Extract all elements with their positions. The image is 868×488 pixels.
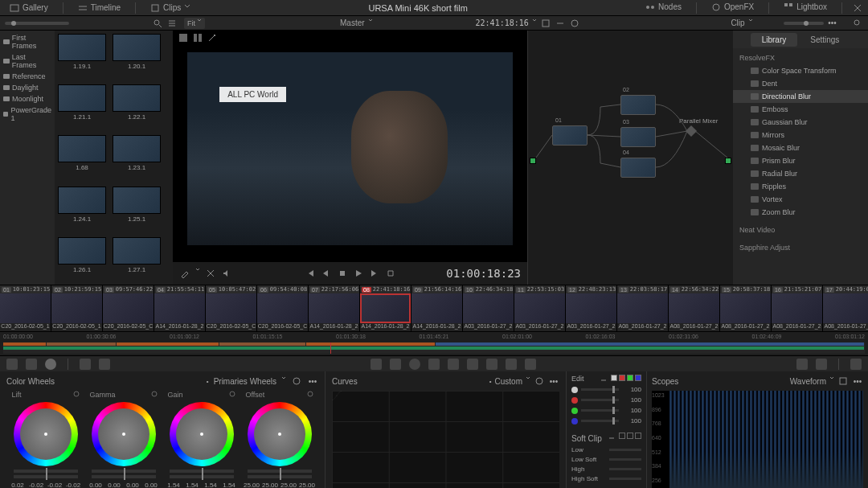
node-panel[interactable]: 01 02 03 04 Parallel Mixer	[528, 31, 733, 285]
node-04[interactable]	[620, 158, 656, 178]
link-button[interactable]	[598, 375, 609, 386]
fx-item[interactable]: Prism Blur	[733, 154, 868, 167]
blue-slider[interactable]	[581, 420, 619, 422]
fx-item[interactable]: Zoom Blur	[733, 206, 868, 219]
viewer-content[interactable]: ALL PC World	[173, 35, 527, 262]
album-item[interactable]: Reference	[0, 71, 55, 82]
fx-search-button[interactable]	[852, 18, 863, 29]
fx-list[interactable]: ResolveFX Color Space TransformDentDirec…	[733, 48, 868, 285]
curves-options[interactable]: •••	[548, 375, 559, 387]
gallery-still[interactable]: 1.24.1	[58, 187, 106, 231]
list-view-button[interactable]	[166, 18, 178, 29]
channel-g-toggle[interactable]	[627, 375, 633, 381]
scopes-palette[interactable]	[816, 359, 827, 370]
info-palette[interactable]	[850, 359, 862, 370]
play-button[interactable]	[353, 268, 364, 279]
wheel-control[interactable]	[248, 402, 312, 466]
high-slider[interactable]	[609, 468, 641, 470]
gallery-still[interactable]: 1.25.1	[113, 187, 161, 231]
qualifier-palette[interactable]	[390, 359, 401, 370]
wipe-tool[interactable]	[205, 268, 216, 279]
stop-button[interactable]	[337, 268, 348, 279]
y-wheel-slider[interactable]	[170, 475, 234, 478]
clip-thumbnail[interactable]: 1122:53:15:03V1A03_2016-01-27_2	[514, 285, 566, 331]
audio-tool[interactable]	[221, 268, 232, 279]
color-wheels-palette[interactable]	[45, 359, 56, 370]
album-item[interactable]: Daylight	[0, 82, 55, 93]
color-match-palette[interactable]	[26, 359, 37, 370]
node-zoom-slider[interactable]	[784, 22, 824, 25]
clip-thumbnail[interactable]: 0110:01:23:15V1C20_2016-02-05_1	[0, 285, 51, 331]
fx-item[interactable]: Mosaic Blur	[733, 141, 868, 154]
gallery-still[interactable]: 1.19.1	[58, 34, 106, 78]
curves-mode-dropdown[interactable]: Custom	[495, 377, 522, 386]
fx-tab-library[interactable]: Library	[751, 33, 798, 47]
gallery-toggle[interactable]: Gallery	[5, 0, 53, 15]
clip-thumbnail[interactable]: 1322:03:58:17V1A08_2016-01-27_2	[617, 285, 669, 331]
master-wheel-slider[interactable]	[14, 470, 78, 473]
master-wheel-slider[interactable]	[248, 470, 312, 473]
wheels-reset[interactable]	[291, 375, 302, 387]
tracker-palette[interactable]	[428, 359, 440, 370]
wheel-control[interactable]	[92, 402, 156, 466]
clip-thumbnail[interactable]: 0722:17:56:06V1A14_2016-01-28_2	[309, 285, 360, 331]
fx-item[interactable]: Radial Blur	[733, 167, 868, 180]
gallery-still[interactable]: 1.22.1	[113, 84, 161, 129]
reset-icon[interactable]	[73, 391, 80, 397]
blur-palette[interactable]	[448, 359, 459, 370]
album-item[interactable]: Last Frames	[0, 51, 55, 71]
reset-icon[interactable]	[307, 391, 313, 397]
openfx-toggle[interactable]: OpenFX	[706, 2, 759, 12]
window-palette[interactable]	[409, 359, 420, 370]
gallery-still[interactable]: 1.26.1	[58, 237, 106, 281]
gallery-still[interactable]: 1.27.1	[113, 237, 161, 281]
viewer-option-2[interactable]	[555, 18, 566, 29]
clip-thumbnail[interactable]: 0210:21:59:15V1C20_2016-02-05_1	[51, 285, 103, 331]
gallery-still[interactable]: 1.21.1	[58, 84, 106, 129]
timeline-tracks[interactable]	[3, 342, 865, 354]
playhead[interactable]	[330, 342, 331, 354]
log-palette[interactable]	[99, 359, 110, 370]
parallel-mixer-node[interactable]	[686, 125, 697, 137]
search-button[interactable]	[152, 18, 163, 29]
sc-r[interactable]	[619, 433, 625, 439]
first-frame-button[interactable]	[305, 268, 316, 279]
timeline-toggle[interactable]: Timeline	[73, 0, 125, 15]
wheels-options[interactable]: •••	[307, 375, 318, 387]
low-slider[interactable]	[609, 449, 641, 451]
loop-button[interactable]	[385, 268, 396, 279]
clip-thumbnail[interactable]: 1720:44:19:09V1A08_2016-01-27_2	[823, 285, 868, 331]
clip-thumbnail[interactable]: 0510:05:47:02V1C20_2016-02-05_C	[206, 285, 257, 331]
master-timecode[interactable]: 22:41:18:16	[476, 18, 529, 27]
prev-frame-button[interactable]	[321, 268, 332, 279]
clip-thumbnail[interactable]: 0421:55:54:11V1A14_2016-01-28_2	[154, 285, 206, 331]
green-slider[interactable]	[581, 409, 619, 412]
nodes-toggle[interactable]: Nodes	[641, 2, 686, 12]
gallery-still[interactable]: 1.23.1	[113, 135, 161, 179]
viewer-option-1[interactable]	[540, 18, 551, 29]
sc-link[interactable]	[606, 433, 617, 444]
bars-palette[interactable]	[80, 359, 91, 370]
qualifier-tool[interactable]	[179, 268, 190, 279]
node-03[interactable]	[620, 127, 656, 147]
clip-thumbnail[interactable]: 0309:57:46:22V1C20_2016-02-05_C	[103, 285, 154, 331]
lowsoft-slider[interactable]	[609, 458, 641, 461]
clip-thumbnail[interactable]: 1222:48:23:13V1A03_2016-01-27_2	[566, 285, 617, 331]
gallery-still[interactable]: 1.68	[58, 135, 106, 179]
zoom-dropdown[interactable]: Fit	[184, 18, 205, 29]
highsoft-slider[interactable]	[609, 478, 641, 480]
y-wheel-slider[interactable]	[248, 475, 312, 478]
clip-thumbnail[interactable]: 1520:58:37:18V1A08_2016-01-27_2	[720, 285, 772, 331]
wheels-mode-dropdown[interactable]: Primaries Wheels	[214, 377, 276, 386]
clip-thumbnail[interactable]: 1422:56:34:22V1A08_2016-01-27_2	[669, 285, 720, 331]
reset-icon[interactable]	[229, 391, 235, 397]
node-02[interactable]	[620, 95, 656, 115]
clip-thumbnail-strip[interactable]: 0110:01:23:15V1C20_2016-02-05_10210:21:5…	[0, 285, 868, 331]
album-item[interactable]: PowerGrade 1	[0, 105, 55, 124]
sc-g[interactable]	[627, 433, 633, 439]
channel-y-toggle[interactable]	[611, 375, 617, 381]
curves-palette[interactable]	[371, 359, 382, 370]
wheel-control[interactable]	[14, 402, 78, 466]
channel-r-toggle[interactable]	[619, 375, 625, 381]
fx-item[interactable]: Ripples	[733, 180, 868, 193]
